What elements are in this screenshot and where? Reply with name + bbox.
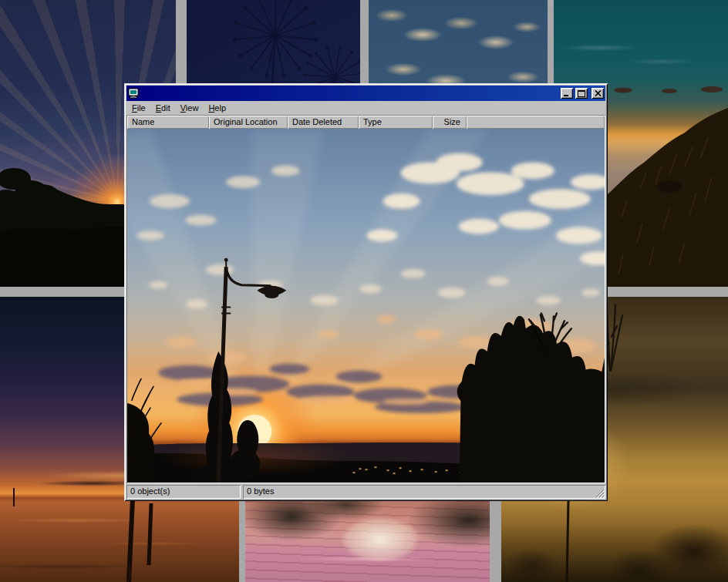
recycle-bin-window: File Edit View Help Name Original Locati… [124, 83, 608, 501]
menu-view[interactable]: View [176, 102, 204, 115]
list-view: Name Original Location Date Deleted Type… [126, 115, 605, 483]
column-header-row: Name Original Location Date Deleted Type… [127, 116, 605, 129]
maximize-button[interactable] [575, 88, 588, 99]
status-bytes-text: 0 bytes [247, 486, 274, 496]
menu-file[interactable]: File [127, 102, 151, 115]
column-header-blank[interactable] [467, 116, 605, 129]
column-header-name[interactable]: Name [127, 116, 209, 129]
maximize-icon [578, 90, 585, 97]
close-button[interactable] [592, 88, 604, 99]
resize-grip-icon[interactable] [595, 488, 605, 498]
minimize-icon [563, 90, 571, 97]
minimize-button[interactable] [561, 88, 573, 99]
computer-icon [128, 88, 139, 99]
status-bytes: 0 bytes [243, 485, 605, 499]
title-bar[interactable] [126, 86, 605, 101]
menu-bar: File Edit View Help [126, 101, 605, 115]
column-header-original-location[interactable]: Original Location [209, 116, 288, 129]
sunset-streetlamp-photo [127, 129, 605, 483]
close-icon [595, 90, 602, 96]
desktop: { "window": { "title": "", "icon": "comp… [0, 0, 728, 582]
column-header-size[interactable]: Size [433, 116, 467, 129]
menu-edit[interactable]: Edit [151, 102, 176, 115]
list-items-area[interactable] [127, 129, 605, 483]
status-bar: 0 object(s) 0 bytes [126, 485, 605, 499]
menu-help[interactable]: Help [204, 102, 231, 115]
column-header-date-deleted[interactable]: Date Deleted [288, 116, 359, 129]
column-header-type[interactable]: Type [359, 116, 433, 129]
status-objects: 0 object(s) [126, 485, 241, 499]
